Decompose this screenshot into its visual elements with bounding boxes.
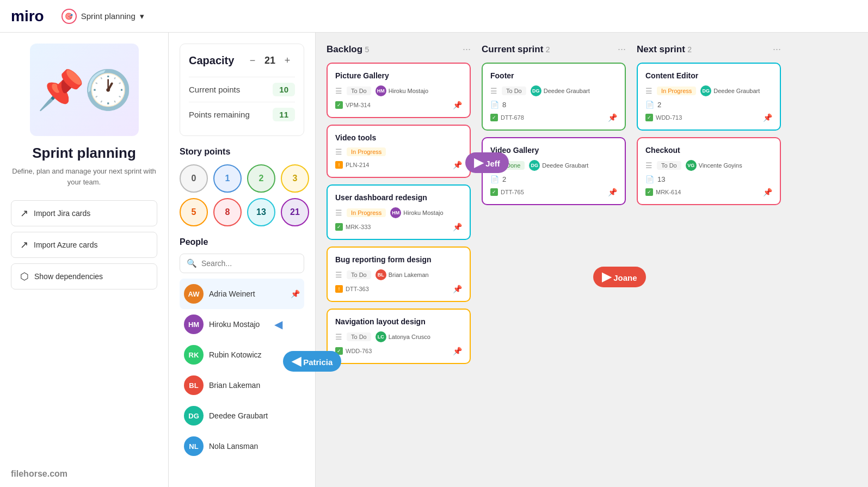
status-badge: To Do: [347, 87, 371, 95]
card-pin-button[interactable]: 📌: [453, 101, 462, 109]
board-area: Backlog 5···Picture Gallery☰To DoHMHirok…: [316, 33, 868, 487]
search-icon: 🔍: [187, 258, 197, 268]
assignee-chip: DGDeedee Graubart: [531, 85, 590, 96]
assignee-name: Deedee Graubart: [544, 88, 590, 94]
assignee-name: Hiroku Mostajo: [389, 88, 428, 94]
points-remaining-value: 11: [273, 108, 295, 121]
story-point-2[interactable]: 2: [247, 164, 275, 193]
column-header: Next sprint 2···: [637, 44, 781, 55]
card-menu-icon: ☰: [645, 87, 652, 95]
story-points-value: 8: [502, 101, 506, 109]
capacity-plus-button[interactable]: +: [280, 53, 295, 68]
card-pin-button[interactable]: 📌: [453, 223, 462, 231]
story-point-13[interactable]: 13: [247, 198, 275, 226]
story-points-row: 📄2: [490, 175, 617, 183]
story-point-5[interactable]: 5: [180, 198, 208, 226]
import-jira-button[interactable]: ↗ Import Jira cards: [11, 200, 157, 226]
card-title: Content Editor: [645, 71, 772, 80]
card-pin-button[interactable]: 📌: [453, 285, 462, 293]
card-pin-button[interactable]: 📌: [763, 113, 772, 122]
assignee-avatar: DG: [529, 160, 540, 171]
people-title: People: [180, 237, 304, 247]
assignee-chip: HMHiroku Mostajo: [390, 207, 443, 218]
card-title: Picture Gallery: [335, 71, 462, 80]
assignee-chip: DGDeedee Graubart: [700, 85, 760, 96]
avatar: AW: [184, 284, 204, 304]
story-point-0[interactable]: 0: [180, 164, 208, 193]
chevron-down-icon: ▾: [140, 11, 144, 21]
story-points-value: 2: [657, 101, 661, 109]
ticket-icon: !: [335, 285, 343, 293]
avatar: HM: [184, 315, 204, 334]
jeff-arrow-icon: ▶: [474, 156, 483, 170]
story-points-value: 2: [502, 175, 506, 183]
card-menu-icon: ☰: [335, 332, 342, 341]
column-header: Current sprint 2···: [482, 44, 626, 55]
person-name: Adria Weinert: [209, 289, 255, 298]
card-pin-button[interactable]: 📌: [453, 161, 462, 169]
story-point-3[interactable]: 3: [281, 164, 309, 193]
import-azure-button[interactable]: ↗ Import Azure cards: [11, 232, 157, 258]
person-row-deedee-graubart[interactable]: DGDeedee Graubart: [180, 400, 304, 431]
card-content-editor: Content Editor☰In ProgressDGDeedee Graub…: [637, 63, 781, 131]
pin-icon: 📌: [291, 289, 300, 298]
assignee-avatar: HM: [390, 207, 401, 218]
header: miro 🎯 Sprint planning ▾: [0, 0, 868, 33]
capacity-label: Capacity: [189, 54, 234, 67]
story-point-8[interactable]: 8: [213, 198, 242, 226]
assignee-chip: VGVincente Goyins: [686, 160, 742, 171]
card-ticket: ✓WDD-763: [335, 347, 372, 355]
card-footer: ✓DTT-678📌: [490, 113, 617, 122]
azure-icon: ↗: [20, 239, 28, 251]
column-current-sprint: Current sprint 2···Footer☰To DoDGDeedee …: [482, 44, 626, 476]
card-meta: ☰In ProgressDGDeedee Graubart: [645, 85, 772, 96]
status-badge: To Do: [657, 161, 681, 170]
story-point-1[interactable]: 1: [213, 164, 242, 193]
capacity-header: Capacity − 21 +: [189, 53, 295, 68]
card-title: Checkout: [645, 146, 772, 155]
patricia-arrow-icon: ◀: [292, 354, 301, 368]
card-pin-button[interactable]: 📌: [453, 347, 462, 355]
card-title: Video tools: [335, 133, 462, 142]
status-badge: In Progress: [347, 147, 386, 156]
ticket-number: DTT-678: [501, 114, 524, 121]
board-title-label: Sprint planning: [81, 11, 136, 21]
card-ticket: ✓DTT-678: [490, 114, 524, 121]
card-ticket: ✓MRK-614: [645, 188, 681, 196]
person-row-nola-lansman[interactable]: NLNola Lansman: [180, 431, 304, 461]
card-footer: !DTT-363📌: [335, 285, 462, 293]
person-row-brian-lakeman[interactable]: BLBrian Lakeman: [180, 370, 304, 400]
ticket-number: WDD-713: [656, 114, 682, 121]
person-row-hiroku-mostajo[interactable]: HMHiroku Mostajo◀: [180, 309, 304, 340]
people-section: People 🔍 AWAdria Weinert📌HMHiroku Mostaj…: [180, 237, 304, 461]
show-dependencies-button[interactable]: ⬡ Show dependencies: [11, 263, 157, 289]
card-title: Video Gallery: [490, 146, 617, 155]
assignee-avatar: VG: [686, 160, 697, 171]
import-jira-label: Import Jira cards: [34, 209, 90, 218]
card-footer: ✓VPM-314📌: [335, 101, 462, 109]
board-title-button[interactable]: 🎯 Sprint planning ▾: [55, 5, 151, 27]
people-search-input[interactable]: [201, 259, 297, 268]
column-next-sprint: Next sprint 2···Content Editor☰In Progre…: [637, 44, 781, 476]
card-footer: ✓MRK-333📌: [335, 223, 462, 231]
people-list: AWAdria Weinert📌HMHiroku Mostajo◀RKRubin…: [180, 279, 304, 461]
card-video-tools: Video tools☰In Progress!PLN-214📌: [327, 125, 471, 178]
joane-cursor: ▶ Joane: [593, 267, 646, 287]
card-pin-button[interactable]: 📌: [608, 113, 617, 122]
story-points-row: 📄8: [490, 101, 617, 109]
capacity-minus-button[interactable]: −: [245, 53, 260, 68]
person-row-adria-weinert[interactable]: AWAdria Weinert📌: [180, 279, 304, 309]
column-menu-button[interactable]: ···: [618, 44, 626, 55]
card-meta: ☰DoneDGDeedee Graubart: [490, 160, 617, 171]
story-points-row: 📄13: [645, 175, 772, 183]
capacity-value: 21: [264, 55, 275, 66]
assignee-avatar: LC: [375, 331, 386, 342]
card-pin-button[interactable]: 📌: [608, 188, 617, 196]
card-footer: Footer☰To DoDGDeedee Graubart📄8✓DTT-678📌: [482, 63, 626, 131]
card-pin-button[interactable]: 📌: [763, 188, 772, 196]
story-point-21[interactable]: 21: [281, 198, 309, 226]
column-menu-button[interactable]: ···: [773, 44, 781, 55]
ticket-number: PLN-214: [346, 162, 369, 168]
column-menu-button[interactable]: ···: [463, 44, 471, 55]
assignee-name: Deedee Graubart: [713, 88, 760, 94]
